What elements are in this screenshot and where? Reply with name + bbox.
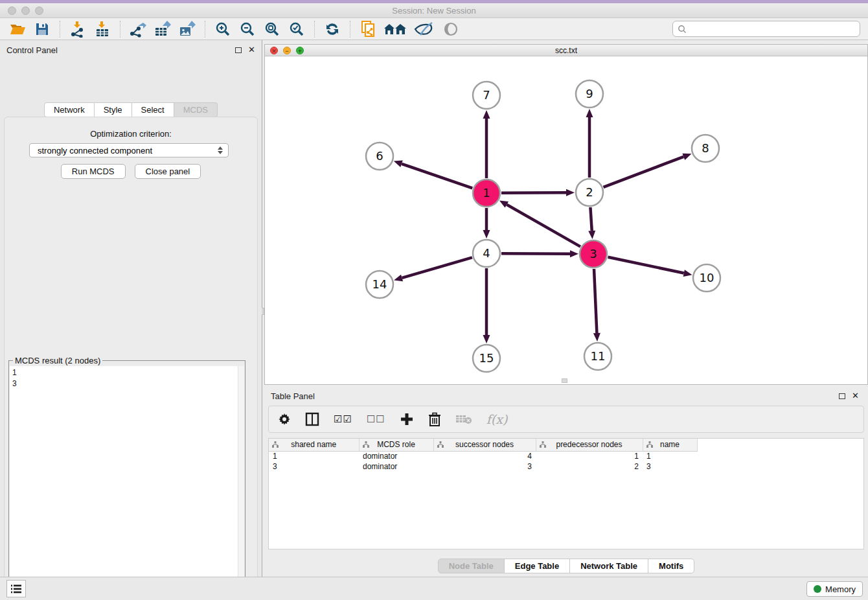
- graph-node-label: 6: [376, 149, 383, 163]
- export-table-icon[interactable]: [153, 19, 172, 39]
- apply-layout-icon[interactable]: [323, 19, 342, 39]
- toolbar-separator: [314, 21, 315, 38]
- search-input[interactable]: [687, 25, 860, 34]
- float-panel-icon[interactable]: [235, 47, 242, 53]
- vision-icon[interactable]: [413, 19, 436, 39]
- canvas-scroll-thumb[interactable]: [562, 378, 567, 383]
- edge-4-3[interactable]: [501, 253, 570, 254]
- column-header-predecessor-nodes[interactable]: predecessor nodes: [536, 439, 643, 451]
- split-view-icon[interactable]: [305, 411, 319, 428]
- memory-label: Memory: [825, 584, 856, 594]
- sort-column-icon[interactable]: [437, 441, 444, 448]
- edge-1-2[interactable]: [501, 192, 566, 193]
- eye-icon[interactable]: [441, 19, 461, 39]
- network-graph: 7968124314101511: [265, 56, 867, 384]
- graph-node-label: 14: [372, 277, 387, 291]
- table-row[interactable]: 3dominator323: [269, 461, 697, 472]
- node-table[interactable]: shared nameMCDS rolesuccessor nodesprede…: [268, 438, 864, 549]
- export-network-icon[interactable]: [128, 19, 148, 39]
- zoom-in-icon[interactable]: [213, 19, 233, 39]
- duplicate-network-icon[interactable]: [358, 19, 378, 39]
- delete-column-icon[interactable]: [428, 411, 441, 428]
- panel-splitter[interactable]: [262, 40, 264, 577]
- window-title: Session: New Session: [0, 6, 868, 16]
- column-header-name[interactable]: name: [643, 439, 697, 451]
- table-settings-icon[interactable]: [278, 411, 291, 428]
- zoom-selected-icon[interactable]: [287, 19, 306, 39]
- mcds-tab-panel: Optimization criterion: strongly connect…: [4, 117, 258, 600]
- open-folder-icon[interactable]: [8, 19, 27, 39]
- run-mcds-button[interactable]: Run MCDS: [61, 164, 126, 179]
- table-cell[interactable]: 3: [433, 461, 536, 472]
- zoom-out-icon[interactable]: [238, 19, 257, 39]
- column-header-successor-nodes[interactable]: successor nodes: [433, 439, 536, 451]
- table-cell[interactable]: 4: [433, 451, 536, 461]
- graph-node-label: 8: [702, 141, 709, 155]
- export-image-icon[interactable]: [177, 19, 197, 39]
- tab-mcds[interactable]: MCDS: [174, 102, 218, 117]
- network-canvas[interactable]: 7968124314101511: [265, 56, 867, 384]
- edge-2-8[interactable]: [604, 157, 684, 187]
- edge-1-6[interactable]: [402, 164, 472, 189]
- sort-column-icon[interactable]: [363, 441, 369, 448]
- edge-arrowhead: [570, 250, 578, 257]
- close-table-panel-icon[interactable]: ✕: [852, 393, 859, 399]
- control-panel-header: Control Panel ✕: [0, 40, 262, 60]
- tab-node-table[interactable]: Node Table: [438, 559, 505, 573]
- table-row[interactable]: 1dominator411: [269, 451, 697, 461]
- table-panel: Table Panel ✕ ☑☑ ☐☐ f(x): [264, 386, 868, 577]
- tab-motifs[interactable]: Motifs: [648, 559, 694, 573]
- table-cell[interactable]: 1: [643, 451, 697, 461]
- home-icon[interactable]: [383, 19, 407, 39]
- tab-select[interactable]: Select: [132, 102, 174, 117]
- tab-style[interactable]: Style: [95, 102, 132, 117]
- edge-arrowhead: [586, 109, 593, 117]
- edge-3-11[interactable]: [594, 269, 597, 333]
- memory-button[interactable]: Memory: [806, 581, 863, 597]
- table-panel-header: Table Panel ✕: [264, 386, 868, 406]
- column-header-shared-name[interactable]: shared name: [269, 439, 359, 451]
- import-network-icon[interactable]: [68, 19, 87, 39]
- edge-2-3[interactable]: [590, 207, 591, 231]
- result-scrollbar[interactable]: [238, 366, 244, 600]
- select-all-icon[interactable]: ☑☑: [334, 411, 352, 428]
- zoom-fit-icon[interactable]: [262, 19, 282, 39]
- mcds-result-text[interactable]: 1 3: [10, 366, 238, 600]
- edge-3-10[interactable]: [608, 257, 684, 273]
- table-cell[interactable]: dominator: [359, 451, 433, 461]
- table-cell[interactable]: dominator: [359, 461, 433, 472]
- network-frame-titlebar[interactable]: ✕ − + scc.txt: [265, 45, 867, 56]
- table-cell[interactable]: 1: [269, 451, 359, 461]
- float-table-panel-icon[interactable]: [839, 393, 845, 399]
- import-table-icon[interactable]: [93, 19, 112, 39]
- edge-3-1[interactable]: [507, 205, 580, 247]
- sort-column-icon[interactable]: [540, 441, 546, 448]
- network-frame-title: scc.txt: [265, 46, 867, 55]
- sort-column-icon[interactable]: [272, 441, 279, 448]
- add-column-icon[interactable]: [400, 411, 414, 428]
- tab-network[interactable]: Network: [44, 102, 95, 117]
- edge-arrowhead: [682, 154, 691, 160]
- task-history-button[interactable]: [6, 580, 26, 597]
- edge-arrowhead: [683, 270, 692, 277]
- node-table-body: 1dominator4113dominator323: [269, 451, 697, 472]
- column-header-label: successor nodes: [455, 440, 514, 449]
- tab-edge-table[interactable]: Edge Table: [505, 559, 570, 573]
- edge-4-14[interactable]: [402, 257, 472, 278]
- edge-arrowhead: [483, 110, 490, 119]
- tab-network-table[interactable]: Network Table: [570, 559, 648, 573]
- sort-column-icon[interactable]: [646, 441, 653, 448]
- table-cell[interactable]: 3: [269, 461, 359, 472]
- table-cell[interactable]: 3: [643, 461, 697, 472]
- criterion-dropdown[interactable]: strongly connected component: [29, 143, 229, 157]
- save-session-icon[interactable]: [32, 19, 52, 39]
- column-header-MCDS-role[interactable]: MCDS role: [359, 439, 433, 451]
- column-header-label: predecessor nodes: [556, 440, 622, 449]
- table-cell[interactable]: 2: [536, 461, 643, 472]
- close-panel-button[interactable]: Close panel: [135, 164, 201, 179]
- table-cell[interactable]: 1: [536, 451, 643, 461]
- deselect-all-icon[interactable]: ☐☐: [367, 411, 385, 428]
- optimization-criterion-label: Optimization criterion:: [5, 129, 257, 139]
- close-panel-icon[interactable]: ✕: [248, 47, 255, 53]
- toolbar-separator: [120, 21, 120, 38]
